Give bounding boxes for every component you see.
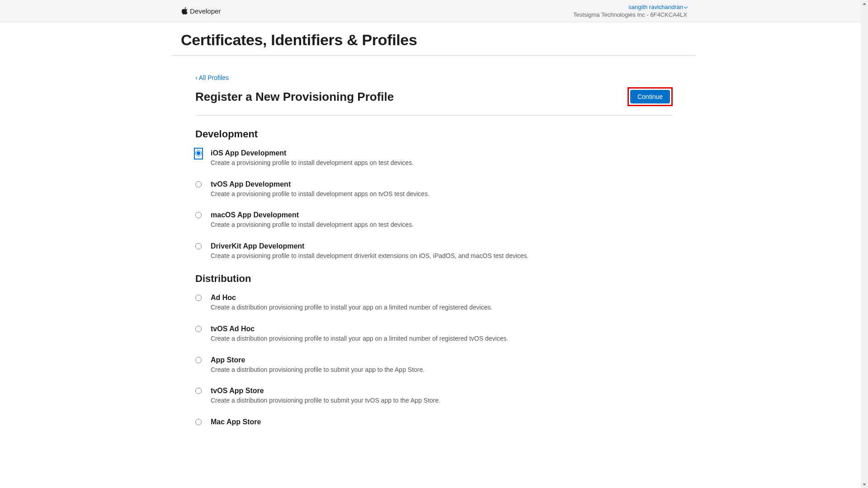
option-text: tvOS App DevelopmentCreate a provisionin… <box>211 180 673 199</box>
option-text: macOS App DevelopmentCreate a provisioni… <box>211 211 673 230</box>
option-title-tvos-appstore: tvOS App Store <box>211 387 673 395</box>
team-name-label: Testsigma Technologies Inc - 6F4CKCA4LX <box>573 11 687 18</box>
option-title-driverkit-dev: DriverKit App Development <box>211 242 673 250</box>
radio-cell <box>195 387 202 396</box>
radio-cell <box>195 325 202 334</box>
radio-tvos-adhoc[interactable] <box>195 326 202 332</box>
option-row-appstore: App StoreCreate a distribution provision… <box>195 356 673 375</box>
account-info: sangith ravichandran Testsigma Technolog… <box>573 4 687 18</box>
option-desc-appstore: Create a distribution provisioning profi… <box>211 366 673 375</box>
scrollbar-track[interactable] <box>861 0 868 458</box>
option-row-adhoc: Ad HocCreate a distribution provisioning… <box>195 294 673 312</box>
developer-brand[interactable]: Developer <box>181 7 221 15</box>
option-text: tvOS App StoreCreate a distribution prov… <box>211 387 673 405</box>
scrollbar-up-button[interactable] <box>861 0 868 7</box>
option-desc-adhoc: Create a distribution provisioning profi… <box>211 303 673 312</box>
radio-mac-appstore[interactable] <box>195 419 202 425</box>
radio-driverkit-dev[interactable] <box>195 243 202 249</box>
option-desc-tvos-dev: Create a provisioning profile to install… <box>211 190 673 199</box>
content-container: ‹ All Profiles Register a New Provisioni… <box>186 56 682 458</box>
radio-adhoc[interactable] <box>195 295 202 301</box>
option-title-ios-dev: iOS App Development <box>211 149 673 157</box>
option-row-driverkit-dev: DriverKit App DevelopmentCreate a provis… <box>195 242 673 261</box>
back-all-profiles-link[interactable]: ‹ All Profiles <box>195 74 229 81</box>
top-bar: Developer sangith ravichandran Testsigma… <box>0 0 868 22</box>
option-row-tvos-appstore: tvOS App StoreCreate a distribution prov… <box>195 387 673 405</box>
option-desc-macos-dev: Create a provisioning profile to install… <box>211 221 673 230</box>
radio-tvos-appstore[interactable] <box>195 388 202 394</box>
option-desc-driverkit-dev: Create a provisioning profile to install… <box>211 252 673 261</box>
page-title-section: Certificates, Identifiers & Profiles <box>172 22 696 56</box>
option-title-mac-appstore: Mac App Store <box>211 418 673 426</box>
option-text: DriverKit App DevelopmentCreate a provis… <box>211 242 673 261</box>
radio-cell <box>195 149 202 158</box>
option-title-tvos-adhoc: tvOS Ad Hoc <box>211 325 673 333</box>
option-title-appstore: App Store <box>211 356 673 364</box>
option-row-tvos-dev: tvOS App DevelopmentCreate a provisionin… <box>195 180 673 199</box>
option-title-adhoc: Ad Hoc <box>211 294 673 302</box>
radio-cell <box>195 180 202 189</box>
option-row-ios-dev: iOS App DevelopmentCreate a provisioning… <box>195 149 673 168</box>
apple-logo-icon <box>181 7 188 14</box>
chevron-down-icon <box>684 5 688 8</box>
subheader-title: Register a New Provisioning Profile <box>195 90 394 104</box>
radio-ios-dev[interactable] <box>195 150 202 156</box>
page-title: Certificates, Identifiers & Profiles <box>181 31 687 49</box>
user-name-dropdown[interactable]: sangith ravichandran <box>628 4 687 10</box>
option-title-macos-dev: macOS App Development <box>211 211 673 219</box>
option-row-mac-appstore: Mac App Store <box>195 418 673 427</box>
option-title-tvos-dev: tvOS App Development <box>211 180 673 188</box>
brand-text: Developer <box>190 7 221 15</box>
scroll-up-icon <box>863 3 866 5</box>
radio-cell <box>195 418 202 427</box>
continue-button-highlight: Continue <box>627 87 673 106</box>
option-desc-ios-dev: Create a provisioning profile to install… <box>211 159 673 168</box>
option-text: tvOS Ad HocCreate a distribution provisi… <box>211 325 673 343</box>
radio-cell <box>195 356 202 365</box>
option-text: Mac App Store <box>211 418 673 427</box>
option-desc-tvos-appstore: Create a distribution provisioning profi… <box>211 396 673 405</box>
option-row-tvos-adhoc: tvOS Ad HocCreate a distribution provisi… <box>195 325 673 343</box>
subheader-row: Register a New Provisioning Profile Cont… <box>195 87 673 116</box>
option-desc-tvos-adhoc: Create a distribution provisioning profi… <box>211 334 673 343</box>
option-text: App StoreCreate a distribution provision… <box>211 356 673 375</box>
radio-tvos-dev[interactable] <box>195 181 202 188</box>
option-row-macos-dev: macOS App DevelopmentCreate a provisioni… <box>195 211 673 230</box>
section-title-distribution: Distribution <box>195 273 673 285</box>
option-text: Ad HocCreate a distribution provisioning… <box>211 294 673 312</box>
radio-cell <box>195 294 202 303</box>
radio-macos-dev[interactable] <box>195 212 202 218</box>
continue-button[interactable]: Continue <box>630 90 670 103</box>
radio-cell <box>195 242 202 251</box>
section-title-development: Development <box>195 128 673 140</box>
user-name-label: sangith ravichandran <box>628 4 683 10</box>
option-text: iOS App DevelopmentCreate a provisioning… <box>211 149 673 168</box>
radio-cell <box>195 211 202 220</box>
radio-appstore[interactable] <box>195 357 202 363</box>
